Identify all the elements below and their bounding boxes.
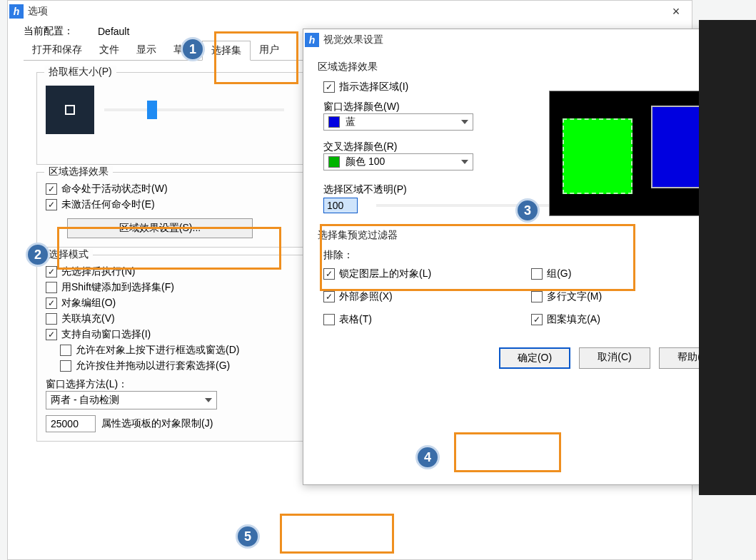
main-titlebar: h 选项 ×: [8, 1, 692, 22]
chk-autowin[interactable]: [46, 329, 57, 340]
filter-header: 选择集预览过滤器: [318, 229, 737, 242]
current-config-value: Default: [98, 26, 129, 37]
lbl-draglasso: 允许按住并拖动以进行套索选择(G): [76, 360, 230, 372]
lbl-hatch: 图案填充(A): [547, 313, 600, 326]
chk-hatch[interactable]: [531, 314, 543, 325]
tab-file[interactable]: 文件: [91, 41, 128, 60]
window-method-label: 窗口选择方法(L)：: [46, 378, 298, 391]
pickbox-title: 拾取框大小(P): [44, 66, 116, 78]
lbl-xref: 外部参照(X): [339, 290, 393, 303]
callout-5: 5: [236, 524, 260, 549]
sec-bottom-buttons: 确定(O) 取消(C) 帮助(H): [318, 329, 737, 375]
close-icon[interactable]: ×: [662, 1, 690, 21]
callout-3: 3: [515, 198, 540, 223]
tab-display[interactable]: 显示: [128, 41, 165, 60]
chevron-down-icon: [205, 398, 212, 402]
current-config-label: 当前配置：: [24, 25, 74, 38]
lbl-autowin: 支持自动窗口选择(I): [61, 328, 151, 341]
chk-locked[interactable]: [323, 268, 335, 280]
app-icon: h: [9, 4, 24, 19]
area-effect-title: 区域选择效果: [44, 166, 113, 178]
lbl-group: 组(G): [547, 268, 571, 280]
chevron-down-icon: [461, 120, 468, 124]
chk-objgroup[interactable]: [46, 297, 57, 309]
lbl-active-cmd: 命令处于活动状态时(W): [61, 183, 168, 195]
filter-columns: 锁定图层上的对象(L) 外部参照(X) 表格(T) 组(G) 多行文字(M) 图…: [323, 265, 737, 329]
chevron-down-icon: [461, 160, 468, 164]
preview-crossing-green: [563, 118, 632, 194]
tab-user[interactable]: 用户: [251, 41, 288, 60]
pickbox-group: 拾取框大小(P): [36, 72, 308, 165]
chk-draglasso[interactable]: [60, 360, 71, 372]
object-limit-field[interactable]: 25000: [46, 415, 96, 432]
chk-assocfill[interactable]: [46, 313, 57, 325]
lbl-preexec: 先选择后执行(N): [61, 265, 135, 278]
window-color-combo[interactable]: 蓝: [323, 113, 473, 131]
lbl-no-active-cmd: 未激活任何命令时(E): [61, 198, 155, 211]
sec-titlebar: h 视觉效果设置 ×: [303, 29, 750, 51]
area-effect-label: 区域选择效果: [318, 61, 737, 73]
lbl-mtext: 多行文字(M): [547, 290, 602, 303]
callout-4: 4: [415, 445, 440, 469]
lbl-table: 表格(T): [339, 313, 372, 326]
visual-effect-window: h 视觉效果设置 × 区域选择效果 指示选择区域(I) 窗口选择颜色(W) 蓝 …: [303, 29, 751, 485]
pickbox-preview: [46, 86, 94, 134]
chk-table[interactable]: [323, 314, 335, 325]
chk-xref[interactable]: [323, 291, 335, 302]
app-icon: h: [305, 33, 319, 47]
lbl-shiftadd: 用Shift键添加到选择集(F): [61, 281, 174, 294]
dark-background-strip: [699, 20, 756, 495]
chk-preexec[interactable]: [46, 266, 57, 278]
callout-2: 2: [26, 243, 50, 267]
callout-1: 1: [181, 37, 205, 61]
select-mode-title: 选择模式: [44, 248, 93, 261]
filter-exclude-label: 排除：: [323, 249, 737, 262]
lbl-framepress: 允许在对象上按下进行框选或窗选(D): [76, 344, 239, 357]
tab-open-save[interactable]: 打开和保存: [24, 41, 91, 60]
chk-active-cmd[interactable]: [46, 183, 57, 195]
chk-group[interactable]: [531, 268, 543, 280]
chk-indicate-area[interactable]: [323, 81, 335, 93]
sec-ok-button[interactable]: 确定(O): [499, 347, 570, 369]
area-effect-settings-button[interactable]: 区域效果设置(S)...: [67, 218, 253, 238]
window-method-value: 两者 - 自动检测: [51, 394, 119, 407]
area-effect-group: 区域选择效果 命令处于活动状态时(W) 未激活任何命令时(E) 区域效果设置(S…: [36, 172, 308, 248]
window-color-value: 蓝: [346, 116, 356, 128]
chk-shiftadd[interactable]: [46, 282, 57, 293]
lbl-indicate-area: 指示选择区域(I): [339, 81, 408, 93]
sec-window-title: 视觉效果设置: [323, 34, 720, 46]
object-limit-label: 属性选项板的对象限制(J): [101, 417, 213, 430]
color-swatch-blue: [328, 116, 340, 128]
opacity-field[interactable]: 100: [323, 198, 358, 213]
chk-no-active-cmd[interactable]: [46, 199, 57, 210]
lbl-objgroup: 对象编组(O): [61, 297, 116, 310]
main-window-title: 选项: [28, 5, 662, 18]
cross-color-value: 颜色 100: [346, 156, 385, 168]
select-mode-group: 选择模式 先选择后执行(N) 用Shift键添加到选择集(F) 对象编组(O) …: [36, 255, 308, 442]
cross-color-combo[interactable]: 颜色 100: [323, 153, 473, 170]
window-method-combo[interactable]: 两者 - 自动检测: [46, 391, 217, 409]
lbl-assocfill: 关联填充(V): [61, 312, 115, 325]
pickbox-slider[interactable]: [104, 108, 284, 111]
chk-framepress[interactable]: [60, 345, 71, 356]
sec-cancel-button[interactable]: 取消(C): [579, 347, 650, 369]
lbl-locked: 锁定图层上的对象(L): [339, 268, 431, 280]
color-swatch-green: [328, 156, 340, 168]
tab-selection-set[interactable]: 选择集: [202, 41, 251, 61]
chk-mtext[interactable]: [531, 291, 543, 302]
